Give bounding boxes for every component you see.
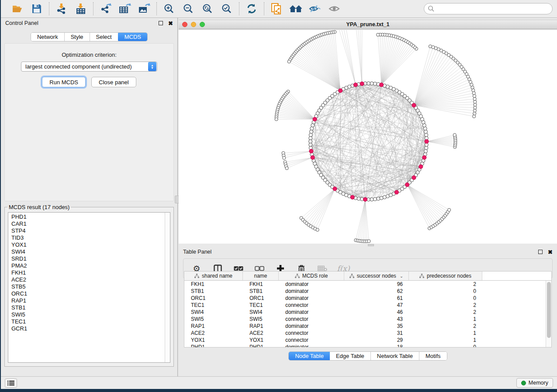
column-header-successor-nodes[interactable]: successor nodes⌄: [344, 272, 409, 280]
mcds-result-group: MCDS result (17 nodes) PHD1CAR1STP4TID3Y…: [4, 204, 174, 367]
network-view-titlebar[interactable]: YPA_prune.txt_1: [179, 20, 557, 29]
table-row[interactable]: SWI4SWI4dominator462: [184, 309, 546, 316]
tab-edge-table[interactable]: Edge Table: [330, 352, 371, 360]
export-image-button[interactable]: [138, 3, 151, 15]
mcds-result-item[interactable]: TID3: [11, 234, 170, 241]
table-scrollbar-thumb[interactable]: [547, 282, 551, 338]
zoom-selected-button[interactable]: [220, 3, 233, 15]
mcds-result-item[interactable]: TEC1: [11, 318, 170, 325]
network-canvas[interactable]: [179, 30, 557, 244]
mcds-result-item[interactable]: PMA2: [11, 262, 170, 269]
tab-network-table[interactable]: Network Table: [371, 352, 419, 360]
table-cell: ACE2: [243, 330, 279, 336]
delete-table-icon: [318, 265, 327, 272]
control-panel: Control Panel ✖ NetworkStyleSelectMCDS O…: [1, 18, 177, 376]
mcds-result-item[interactable]: ACE2: [11, 276, 170, 283]
table-cell: FKH1: [243, 281, 279, 287]
table-row[interactable]: ACE2ACE2connector311: [184, 330, 546, 337]
column-header-MCDS-role[interactable]: MCDS role: [279, 272, 344, 280]
table-row[interactable]: SWI5SWI5connector431: [184, 316, 546, 323]
table-cell: ORC1: [184, 295, 243, 301]
horizontal-splitter[interactable]: [179, 244, 557, 247]
mcds-result-item[interactable]: STP4: [11, 227, 170, 234]
show-panels-button[interactable]: [5, 378, 17, 388]
duplicate-style-button[interactable]: [270, 3, 283, 15]
zoom-out-button[interactable]: [182, 3, 195, 15]
mcds-result-item[interactable]: ORC1: [11, 290, 170, 297]
tab-select[interactable]: Select: [90, 33, 118, 41]
mcds-result-item[interactable]: SWI4: [11, 248, 170, 255]
column-header-name[interactable]: name: [243, 272, 279, 280]
table-cell: RAP1: [243, 323, 279, 329]
import-network-button[interactable]: [55, 3, 68, 15]
mcds-result-item[interactable]: YOX1: [11, 241, 170, 248]
table-cell: connector: [279, 337, 344, 343]
mcds-result-list[interactable]: PHD1CAR1STP4TID3YOX1SWI4SRD1PMA2FKH1ACE2…: [8, 212, 170, 363]
mcds-result-item[interactable]: PHD1: [11, 213, 170, 220]
search-input[interactable]: [424, 3, 553, 14]
optimization-criterion-label: Optimization criterion:: [5, 52, 173, 58]
table-row[interactable]: STB1STB1dominator620: [184, 288, 546, 295]
zoom-fit-button[interactable]: [201, 3, 214, 15]
hide-graphics-button[interactable]: [308, 3, 322, 15]
export-network-button[interactable]: [99, 3, 112, 15]
table-row[interactable]: PHD1PHD1dominator180: [184, 344, 546, 347]
mcds-result-item[interactable]: RAP1: [11, 297, 170, 304]
memory-button[interactable]: Memory: [516, 378, 553, 388]
tab-node-table[interactable]: Node Table: [288, 351, 330, 361]
save-session-button[interactable]: [30, 3, 43, 15]
home-button[interactable]: [289, 3, 302, 15]
table-cell: SWI5: [243, 316, 279, 322]
zoom-out-icon: [183, 3, 194, 14]
memory-label: Memory: [529, 380, 548, 386]
table-row[interactable]: YOX1YOX1connector291: [184, 337, 546, 344]
run-mcds-button[interactable]: Run MCDS: [42, 77, 86, 87]
tab-motifs[interactable]: Motifs: [419, 352, 447, 360]
table-cell: ORC1: [243, 295, 279, 301]
close-panel-icon[interactable]: ✖: [548, 249, 553, 255]
table-cell: TEC1: [184, 302, 243, 308]
table-scrollbar[interactable]: [546, 281, 551, 347]
float-panel-icon[interactable]: [538, 250, 543, 254]
column-header-predecessor-nodes[interactable]: predecessor nodes: [409, 272, 482, 280]
table-cell: SWI4: [184, 309, 243, 315]
close-panel-icon[interactable]: ✖: [168, 21, 173, 26]
refresh-button[interactable]: [245, 3, 258, 15]
float-panel-icon[interactable]: [159, 21, 163, 25]
network-view-title: YPA_prune.txt_1: [179, 21, 557, 28]
table-cell: dominator: [279, 288, 344, 294]
open-file-button[interactable]: [11, 3, 24, 15]
show-graphics-button[interactable]: [328, 3, 341, 15]
mcds-result-item[interactable]: CAR1: [11, 220, 170, 227]
import-table-button[interactable]: [74, 3, 87, 15]
zoom-selected-icon: [221, 3, 232, 14]
main-toolbar: [1, 0, 557, 18]
table-row[interactable]: RAP1RAP1dominator352: [184, 323, 546, 330]
table-cell: ACE2: [184, 330, 243, 336]
column-header-shared-name[interactable]: shared name: [184, 272, 243, 280]
work-area: YPA_prune.txt_1 Table Panel ✖ ⚙: [179, 18, 557, 376]
criterion-dropdown[interactable]: largest connected component (undirected)…: [21, 62, 157, 72]
tab-network[interactable]: Network: [31, 33, 65, 41]
mcds-result-item[interactable]: STB5: [11, 283, 170, 290]
mcds-result-item[interactable]: SWI5: [11, 311, 170, 318]
export-image-icon: [138, 3, 150, 14]
table-row[interactable]: ORC1ORC1dominator610: [184, 295, 546, 302]
eye-slash-icon: [309, 4, 321, 14]
export-table-button[interactable]: [118, 3, 131, 15]
mcds-list-scrollbar[interactable]: [165, 213, 170, 362]
tab-style[interactable]: Style: [65, 33, 90, 41]
mcds-result-item[interactable]: SRD1: [11, 255, 170, 262]
tab-mcds[interactable]: MCDS: [118, 32, 148, 41]
mcds-result-item[interactable]: GCR1: [11, 325, 170, 332]
table-cell: 0: [409, 288, 482, 294]
mcds-result-item[interactable]: FKH1: [11, 269, 170, 276]
horizontal-splitter-handle[interactable]: [368, 244, 374, 246]
table-row[interactable]: FKH1FKH1dominator962: [184, 281, 546, 288]
zoom-in-icon: [164, 3, 174, 14]
table-row[interactable]: TEC1TEC1connector472: [184, 302, 546, 309]
zoom-in-button[interactable]: [163, 3, 176, 15]
table-cell: dominator: [279, 344, 344, 347]
close-panel-button[interactable]: Close panel: [91, 77, 136, 87]
mcds-result-item[interactable]: STB1: [11, 304, 170, 311]
